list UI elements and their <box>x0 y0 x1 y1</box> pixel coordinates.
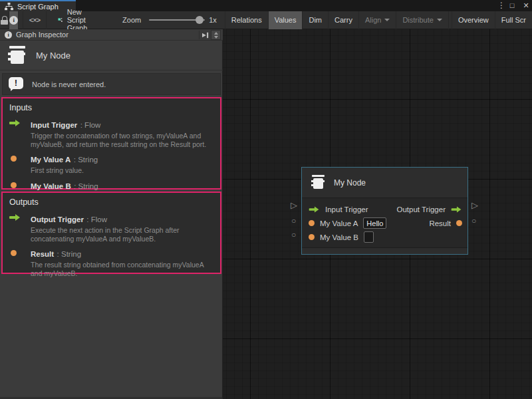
script-graph-icon <box>5 3 13 11</box>
chevron-down-icon <box>384 19 390 21</box>
maximize-icon[interactable]: □ <box>507 0 517 11</box>
lock-icon <box>1 16 8 25</box>
value-port-icon <box>11 250 17 256</box>
my-node[interactable]: My Node Input Trigger Output Trigger My … <box>301 167 468 255</box>
flow-port-icon[interactable] <box>309 206 320 212</box>
distribute-label: Distribute <box>402 16 433 24</box>
node-row-value-a: My Value A Hello Result <box>302 216 467 230</box>
external-result-port[interactable]: ○ <box>471 216 476 225</box>
port-type: : String <box>74 182 98 190</box>
port-type: : String <box>74 156 98 164</box>
port-entry-result: Result : String The result string obtain… <box>9 247 213 277</box>
overview-button[interactable]: Overview <box>452 11 495 29</box>
new-script-graph-button[interactable]: New Script Graph <box>51 8 101 32</box>
selected-node-title: My Node <box>36 51 70 61</box>
fullscreen-button[interactable]: Full Scr <box>495 11 532 29</box>
values-button[interactable]: Values <box>269 11 303 29</box>
window-controls: ⋮ □ ✕ <box>497 0 531 11</box>
window-menu-icon[interactable]: ⋮ <box>497 0 503 11</box>
port-name: Result <box>31 250 54 258</box>
node-title: My Node <box>334 178 366 188</box>
flow-port-icon[interactable] <box>452 206 462 212</box>
result-label: Result <box>429 219 451 227</box>
port-name: My Value A <box>31 156 70 164</box>
port-type: : Flow <box>80 121 101 129</box>
my-value-b-input[interactable] <box>364 231 374 243</box>
flow-port-icon <box>9 214 21 221</box>
outputs-title: Outputs <box>9 198 213 207</box>
inspector-toggle-button[interactable]: i <box>9 11 19 29</box>
port-entry-my-value-a: My Value A : String First string value. <box>9 153 213 175</box>
node-row-triggers: Input Trigger Output Trigger <box>302 202 467 216</box>
graph-canvas[interactable]: ▷ ○ ○ ▷ ○ My Node Input Trigger Output T… <box>223 29 532 399</box>
my-value-a-input[interactable]: Hello <box>363 217 386 229</box>
external-flow-input-port[interactable]: ▷ <box>291 201 297 210</box>
zoom-slider-handle[interactable] <box>196 16 203 24</box>
port-name: My Value B <box>31 182 71 190</box>
inputs-title: Inputs <box>9 103 213 112</box>
inspector-header-controls <box>199 30 221 40</box>
port-name: Output Trigger <box>31 215 84 223</box>
my-value-b-label: My Value B <box>320 233 358 241</box>
my-value-a-label: My Value A <box>320 219 358 227</box>
close-icon[interactable]: ✕ <box>521 0 531 11</box>
warning-message: ! Node is never entered. <box>2 73 221 95</box>
warning-text: Node is never entered. <box>32 80 106 88</box>
node-body: Input Trigger Output Trigger My Value A … <box>302 198 467 247</box>
value-port-icon <box>11 156 17 162</box>
external-value-port-a[interactable]: ○ <box>291 216 296 225</box>
spin-down-icon[interactable] <box>214 36 218 39</box>
value-port-icon[interactable] <box>309 234 315 240</box>
external-value-port-b[interactable]: ○ <box>291 230 296 239</box>
new-script-graph-label: New Script Graph <box>67 8 94 32</box>
node-header[interactable]: My Node <box>302 168 467 198</box>
dock-panel-icon[interactable] <box>199 31 209 39</box>
graph-inspector-title: Graph Inspector <box>16 31 68 39</box>
graph-inspector-header: i Graph Inspector <box>0 29 223 41</box>
external-flow-output-port[interactable]: ▷ <box>471 201 478 210</box>
code-icon: <×> <box>29 16 40 24</box>
graph-inspector-panel: i Graph Inspector My Node ! Node is neve… <box>0 29 223 399</box>
value-port-icon <box>11 182 17 188</box>
node-row-value-b: My Value B <box>302 230 467 244</box>
port-description: First string value. <box>31 166 98 175</box>
lock-button[interactable] <box>0 11 9 29</box>
node-footer <box>302 247 467 254</box>
warning-icon: ! <box>9 77 23 91</box>
port-type: : Flow <box>86 215 107 223</box>
selected-node-summary: My Node <box>0 41 223 70</box>
distribute-dropdown[interactable]: Distribute <box>396 11 448 29</box>
inputs-section: Inputs Input Trigger : Flow Trigger the … <box>1 97 221 190</box>
align-label: Align <box>365 16 381 24</box>
port-entry-input-trigger: Input Trigger : Flow Trigger the concate… <box>9 118 213 148</box>
value-port-icon[interactable] <box>456 220 462 226</box>
carry-button[interactable]: Carry <box>329 11 359 29</box>
toolbar-spacer <box>47 11 51 29</box>
zoom-slider[interactable] <box>149 19 205 21</box>
chevron-down-icon <box>437 19 442 21</box>
spin-up-icon[interactable] <box>214 32 218 35</box>
graph-asset-icon <box>58 15 63 25</box>
outputs-section: Outputs Output Trigger : Flow Execute th… <box>1 192 221 274</box>
port-description: Trigger the concatenation of two strings… <box>31 132 213 148</box>
relations-button[interactable]: Relations <box>225 11 269 29</box>
code-view-button[interactable]: <×> <box>23 11 47 29</box>
port-type: : String <box>57 250 81 258</box>
port-name: Input Trigger <box>31 121 77 129</box>
graph-toolbar: i <×> New Script Graph Zoom 1x Relations… <box>0 11 532 29</box>
unit-node-icon <box>7 45 27 66</box>
dim-button[interactable]: Dim <box>303 11 329 29</box>
info-icon: i <box>5 31 12 39</box>
flow-port-icon <box>9 120 21 126</box>
port-description: The result string obtained from concaten… <box>31 261 213 277</box>
panel-spinner-buttons[interactable] <box>211 30 221 40</box>
zoom-control: Zoom 1x <box>122 16 217 24</box>
unit-node-icon <box>310 174 326 191</box>
value-port-icon[interactable] <box>309 220 315 226</box>
toolbar-right-group: Relations Values Dim Carry Align Distrib… <box>225 11 532 29</box>
output-trigger-label: Output Trigger <box>396 205 446 213</box>
port-entry-output-trigger: Output Trigger : Flow Execute the next a… <box>9 213 213 243</box>
align-dropdown[interactable]: Align <box>359 11 396 29</box>
zoom-value: 1x <box>209 16 217 24</box>
input-trigger-label: Input Trigger <box>325 205 368 213</box>
